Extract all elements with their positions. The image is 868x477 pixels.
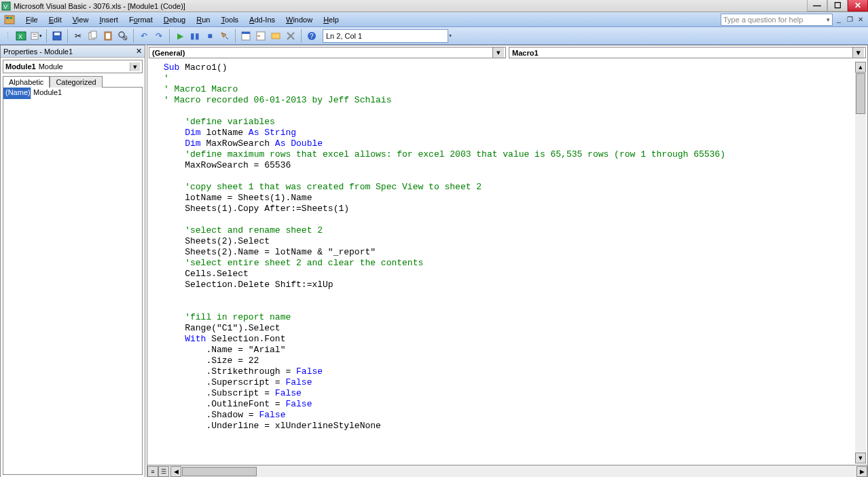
svg-text:X: X — [18, 33, 22, 40]
undo-button[interactable]: ↶ — [137, 29, 151, 43]
help-search-combo[interactable]: Type a question for help — [721, 14, 833, 26]
menu-add-ins[interactable]: Add-Ins — [244, 14, 281, 25]
horizontal-scrollbar[interactable]: ◀ ▶ — [170, 466, 867, 477]
project-explorer-button[interactable] — [239, 29, 253, 43]
scroll-thumb[interactable] — [856, 73, 865, 114]
app-icon: V — [1, 1, 11, 11]
scroll-right-button[interactable]: ▶ — [856, 466, 867, 477]
properties-panel: Properties - Module1 ✕ Module1Module Alp… — [0, 45, 145, 477]
full-module-view-button[interactable]: ☰ — [158, 466, 169, 477]
design-mode-button[interactable] — [218, 29, 232, 43]
run-button[interactable]: ▶ — [173, 29, 187, 43]
menu-insert[interactable]: Insert — [94, 14, 124, 25]
svg-rect-9 — [33, 36, 37, 37]
svg-rect-3 — [6, 17, 9, 19]
svg-rect-2 — [5, 16, 14, 24]
code-editor[interactable]: Sub Macro1() ' ' Macro1 Macro ' Macro re… — [147, 60, 867, 465]
maximize-button[interactable]: ☐ — [827, 0, 848, 12]
svg-rect-24 — [257, 35, 260, 37]
mdi-restore-button[interactable]: ❐ — [845, 15, 854, 24]
object-browser-button[interactable] — [269, 29, 283, 43]
menu-run[interactable]: Run — [191, 14, 215, 25]
menu-bar: FileEditViewInsertFormatDebugRunToolsAdd… — [0, 12, 868, 27]
help-button[interactable]: ? — [305, 29, 319, 43]
scroll-down-button[interactable]: ▼ — [855, 453, 866, 463]
position-indicator: Ln 2, Col 1 — [323, 29, 448, 43]
menu-debug[interactable]: Debug — [158, 14, 191, 25]
menu-file[interactable]: File — [20, 14, 43, 25]
svg-line-20 — [225, 37, 228, 39]
procedure-combo[interactable]: Macro1 — [509, 47, 866, 58]
redo-button[interactable]: ↷ — [152, 29, 166, 43]
menu-help[interactable]: Help — [318, 14, 344, 25]
property-row[interactable]: (Name) Module1 — [3, 88, 142, 99]
svg-marker-19 — [221, 33, 226, 37]
paste-button[interactable] — [101, 29, 115, 43]
reset-button[interactable]: ■ — [203, 29, 217, 43]
svg-rect-13 — [91, 31, 96, 38]
properties-window-button[interactable] — [254, 29, 268, 43]
minimize-button[interactable]: — — [807, 0, 827, 12]
copy-button[interactable] — [86, 29, 100, 43]
hscroll-thumb[interactable] — [182, 467, 257, 476]
view-excel-button[interactable]: X — [14, 29, 28, 43]
svg-rect-25 — [272, 33, 280, 39]
menu-edit[interactable]: Edit — [43, 14, 67, 25]
cut-button[interactable]: ✂ — [71, 29, 85, 43]
save-button[interactable] — [50, 29, 64, 43]
toolbox-button[interactable] — [284, 29, 297, 43]
properties-title-bar[interactable]: Properties - Module1 ✕ — [1, 45, 145, 58]
menu-format[interactable]: Format — [124, 14, 158, 25]
svg-rect-4 — [10, 17, 12, 19]
menu-window[interactable]: Window — [281, 14, 318, 25]
menu-tools[interactable]: Tools — [215, 14, 244, 25]
tab-categorized[interactable]: Categorized — [50, 76, 102, 88]
procedure-view-button[interactable]: ≡ — [147, 466, 158, 477]
mdi-minimize-button[interactable]: _ — [834, 15, 844, 24]
code-window: (General) Macro1 Sub Macro1() ' ' Macro1… — [147, 45, 868, 477]
toolbar: ⋮ X ▾ ✂ ↶ ↷ ▶ ▮▮ ■ ? Ln 2, Col 1 ▾ — [0, 27, 868, 45]
insert-module-button[interactable]: ▾ — [29, 29, 43, 43]
menu-view[interactable]: View — [67, 14, 94, 25]
vertical-scrollbar[interactable]: ▲ ▼ — [855, 62, 866, 463]
break-button[interactable]: ▮▮ — [188, 29, 202, 43]
property-value[interactable]: Module1 — [31, 88, 142, 99]
mdi-close-button[interactable]: ✕ — [856, 15, 865, 24]
find-button[interactable] — [116, 29, 130, 43]
svg-rect-8 — [33, 34, 37, 35]
svg-text:V: V — [3, 3, 7, 10]
properties-grid[interactable]: (Name) Module1 — [3, 87, 143, 475]
scroll-left-button[interactable]: ◀ — [170, 466, 181, 477]
close-button[interactable]: ✕ — [848, 0, 868, 12]
properties-close-button[interactable]: ✕ — [134, 47, 143, 56]
tab-alphabetic[interactable]: Alphabetic — [3, 76, 50, 88]
property-name: (Name) — [3, 88, 31, 99]
svg-rect-22 — [242, 32, 250, 34]
svg-rect-15 — [106, 33, 110, 39]
window-title: Microsoft Visual Basic - 3076.xls - [Mod… — [14, 2, 185, 10]
object-combo[interactable]: (General) — [149, 47, 506, 58]
properties-title: Properties - Module1 — [3, 47, 73, 56]
title-bar: V Microsoft Visual Basic - 3076.xls - [M… — [0, 0, 868, 12]
scroll-up-button[interactable]: ▲ — [855, 62, 866, 73]
svg-text:?: ? — [310, 33, 314, 40]
properties-object-combo[interactable]: Module1Module — [3, 60, 143, 73]
vb-icon — [4, 14, 16, 25]
svg-rect-11 — [54, 33, 60, 35]
svg-line-17 — [124, 37, 126, 39]
